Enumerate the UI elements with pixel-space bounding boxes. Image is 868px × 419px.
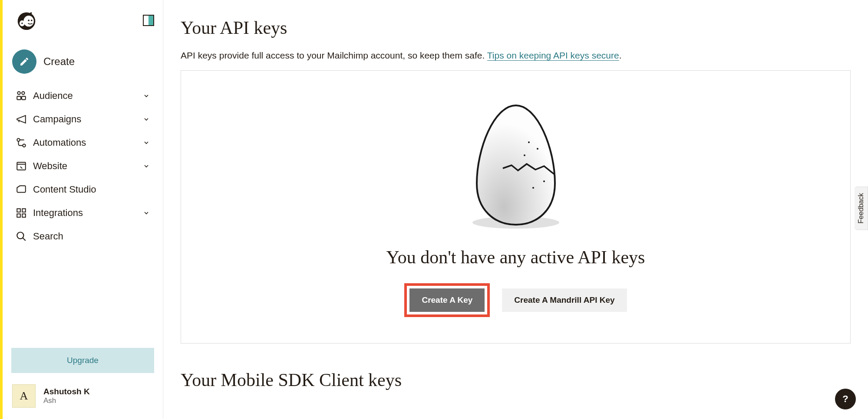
nav-label: Automations: [33, 137, 143, 148]
desc-suffix: .: [619, 50, 622, 60]
chevron-down-icon: [143, 210, 150, 216]
nav-label: Campaigns: [33, 114, 143, 125]
collapse-sidebar-button[interactable]: [143, 15, 154, 26]
campaigns-icon: [16, 114, 33, 125]
sidebar-item-integrations[interactable]: Integrations: [11, 201, 154, 225]
chevron-down-icon: [143, 92, 150, 99]
main-content: Your API keys API keys provide full acce…: [163, 0, 868, 419]
svg-point-10: [17, 138, 20, 141]
chevron-down-icon: [143, 139, 150, 146]
svg-point-21: [524, 154, 525, 156]
sidebar-item-create[interactable]: Create: [11, 45, 154, 84]
empty-state-title: You don't have any active API keys: [198, 247, 833, 268]
svg-point-11: [23, 144, 26, 147]
svg-point-17: [17, 232, 23, 239]
integrations-icon: [16, 207, 33, 219]
nav-label: Website: [33, 160, 143, 172]
sidebar: Create Audience Campaigns: [3, 0, 163, 419]
svg-point-20: [537, 148, 538, 150]
audience-icon: [16, 90, 33, 101]
svg-rect-14: [22, 209, 26, 212]
svg-point-7: [22, 92, 25, 95]
svg-rect-15: [17, 214, 20, 217]
desc-text: API keys provide full access to your Mai…: [181, 50, 487, 60]
page-description: API keys provide full access to your Mai…: [181, 50, 851, 61]
sidebar-item-audience[interactable]: Audience: [11, 84, 154, 108]
nav-label: Create: [43, 56, 152, 68]
empty-state-illustration: [464, 101, 568, 231]
create-mandrill-key-button[interactable]: Create A Mandrill API Key: [502, 288, 627, 312]
svg-point-22: [543, 180, 545, 182]
nav-label: Content Studio: [33, 184, 150, 195]
user-account-row[interactable]: A Ashutosh K Ash: [11, 382, 154, 410]
svg-point-23: [532, 187, 534, 189]
button-row: Create A Key Create A Mandrill API Key: [198, 283, 833, 317]
sidebar-item-website[interactable]: Website: [11, 154, 154, 178]
highlight-annotation: Create A Key: [404, 283, 490, 317]
svg-rect-12: [17, 162, 26, 170]
create-icon: [12, 49, 36, 74]
svg-point-5: [21, 23, 23, 24]
sdk-section-title: Your Mobile SDK Client keys: [181, 370, 851, 390]
user-name: Ashutosh K: [43, 387, 90, 396]
automations-icon: [16, 137, 33, 148]
upgrade-button[interactable]: Upgrade: [11, 348, 154, 373]
chevron-down-icon: [143, 163, 150, 170]
api-keys-panel: You don't have any active API keys Creat…: [181, 70, 851, 344]
sidebar-item-automations[interactable]: Automations: [11, 131, 154, 154]
sidebar-item-campaigns[interactable]: Campaigns: [11, 108, 154, 131]
feedback-tab[interactable]: Feedback: [855, 187, 868, 230]
website-icon: [16, 160, 33, 172]
sidebar-item-search[interactable]: Search: [11, 225, 154, 248]
svg-point-6: [17, 92, 20, 95]
sidebar-item-content-studio[interactable]: Content Studio: [11, 178, 154, 201]
svg-rect-9: [22, 96, 26, 100]
nav-label: Audience: [33, 90, 143, 101]
svg-rect-16: [22, 214, 26, 217]
search-icon: [16, 231, 33, 242]
avatar: A: [12, 384, 36, 408]
help-button[interactable]: ?: [835, 389, 856, 409]
mailchimp-logo[interactable]: [15, 9, 38, 32]
nav-label: Search: [33, 231, 150, 242]
svg-rect-13: [17, 209, 20, 212]
tips-link[interactable]: Tips on keeping API keys secure: [487, 50, 619, 61]
svg-rect-8: [17, 96, 21, 100]
svg-point-19: [528, 141, 530, 143]
user-sub: Ash: [43, 396, 90, 405]
nav-list: Create Audience Campaigns: [11, 45, 154, 348]
svg-point-3: [31, 20, 33, 21]
nav-label: Integrations: [33, 207, 143, 219]
create-key-button[interactable]: Create A Key: [409, 288, 485, 312]
chevron-down-icon: [143, 116, 150, 123]
svg-point-2: [28, 20, 30, 21]
sidebar-header: [11, 9, 154, 32]
page-title: Your API keys: [181, 17, 851, 38]
user-info: Ashutosh K Ash: [43, 387, 90, 405]
content-studio-icon: [16, 184, 33, 195]
